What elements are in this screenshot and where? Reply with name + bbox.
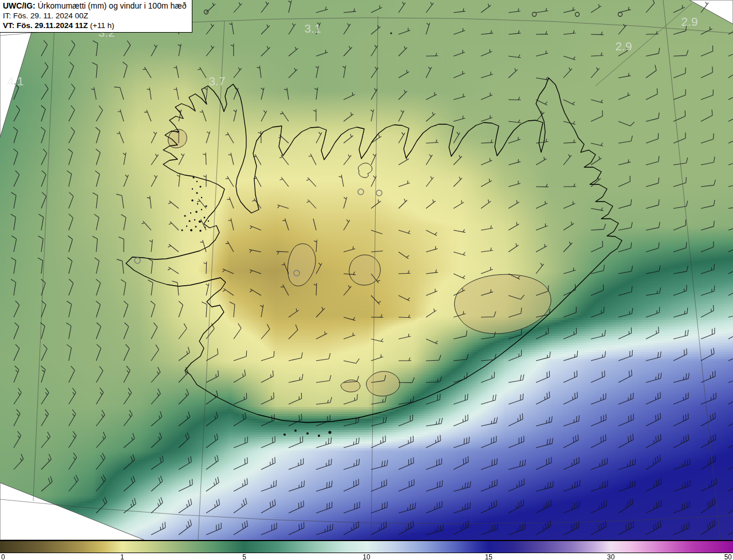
colorbar-tick-label: 1	[120, 553, 124, 560]
wind-barb	[149, 239, 152, 252]
contour-label: 2.9	[681, 15, 697, 28]
wind-barb	[454, 71, 465, 78]
wind-barb	[68, 149, 73, 165]
wind-barb	[14, 105, 20, 121]
wind-barb	[289, 393, 302, 404]
wind-barb	[148, 258, 153, 274]
wind-barb	[234, 458, 247, 470]
colorbar: 01510153050	[0, 540, 733, 560]
wind-barb	[591, 143, 603, 147]
wind-barb	[151, 456, 163, 470]
wind-barb	[536, 500, 551, 514]
wind-barb	[289, 325, 298, 339]
wind-barb	[371, 154, 376, 165]
wind-barb	[481, 458, 497, 470]
wind-barb	[203, 152, 206, 165]
wind-barb	[41, 127, 45, 143]
wind-barb	[371, 502, 387, 513]
wind-barb	[289, 436, 303, 448]
wind-barb	[563, 435, 578, 448]
wind-barb	[673, 219, 686, 230]
wind-barb	[673, 5, 685, 13]
wind-barb	[701, 110, 712, 122]
wind-barb	[481, 417, 498, 427]
wind-barb	[618, 498, 633, 513]
wind-barb	[426, 112, 435, 121]
wind-barb	[151, 522, 165, 535]
colorbar-tick-label: 10	[362, 553, 370, 560]
wind-barb	[481, 436, 496, 448]
wind-barb	[591, 307, 604, 317]
wind-barb	[618, 199, 632, 208]
islet-dot	[196, 192, 198, 194]
wind-barb	[399, 2, 405, 13]
wind-barb	[117, 131, 124, 143]
wind-barb	[399, 199, 407, 208]
wind-barb	[646, 133, 659, 143]
wind-barb	[646, 266, 660, 274]
wind-barb	[563, 501, 580, 513]
wind-barb	[96, 366, 103, 382]
wind-barb	[563, 522, 579, 535]
wind-barb	[509, 222, 519, 230]
wind-barb	[344, 197, 347, 208]
wind-barb	[96, 410, 105, 426]
wind-barb	[174, 88, 179, 100]
wind-barb	[96, 301, 101, 317]
wind-barb	[591, 370, 605, 382]
contour-label: 3.7	[208, 74, 225, 88]
wind-barb	[563, 7, 576, 13]
wind-barb	[454, 521, 468, 535]
wind-barb	[536, 457, 551, 470]
wind-barb	[250, 289, 261, 296]
wind-barb	[701, 242, 714, 253]
wind-barb	[96, 388, 104, 404]
islet-dot	[190, 212, 191, 214]
wind-barb	[316, 481, 332, 491]
wind-barb	[536, 223, 547, 230]
wind-barb	[563, 154, 572, 165]
wind-barb	[536, 31, 548, 35]
wind-barb	[563, 267, 576, 274]
init-time: IT: Fös. 29. 11. 2024 00Z	[3, 11, 187, 21]
wind-barb	[250, 270, 261, 274]
wind-barb	[728, 349, 733, 361]
wind-barb	[618, 370, 632, 382]
wind-barb	[728, 326, 733, 339]
wind-barb	[371, 200, 381, 209]
wind-barb	[399, 295, 410, 301]
wind-barb	[591, 285, 604, 295]
wind-barb	[454, 394, 468, 404]
wind-barb	[226, 241, 234, 252]
wind-barb	[673, 393, 688, 404]
wind-barb	[96, 453, 105, 470]
wind-barb	[178, 44, 181, 56]
wind-barb	[168, 244, 179, 253]
wind-barb	[289, 500, 304, 513]
wind-barb	[206, 477, 219, 491]
wind-barb	[426, 230, 437, 236]
wind-barb	[96, 344, 101, 361]
wind-barb	[344, 358, 359, 363]
calm-wind-circle	[575, 12, 579, 16]
wind-barb	[646, 199, 659, 208]
islet-dot	[192, 176, 194, 178]
wind-barb	[229, 22, 234, 34]
wind-barb	[234, 413, 246, 426]
wind-barb	[591, 393, 606, 404]
wind-barb	[454, 9, 466, 13]
wind-barb	[509, 479, 525, 491]
wind-barb	[261, 392, 274, 404]
colorbar-tick-label: 15	[485, 553, 492, 560]
glacier-outline	[366, 372, 400, 396]
wind-barb	[509, 499, 524, 513]
wind-barb	[701, 455, 716, 470]
wind-barb	[371, 25, 381, 34]
wind-barb	[316, 524, 333, 535]
wind-barb	[316, 353, 330, 361]
calm-wind-circle	[204, 10, 208, 14]
wind-barb	[96, 497, 107, 513]
wind-barb	[226, 132, 234, 143]
wind-barb	[536, 201, 547, 208]
wind-barb	[94, 214, 99, 230]
